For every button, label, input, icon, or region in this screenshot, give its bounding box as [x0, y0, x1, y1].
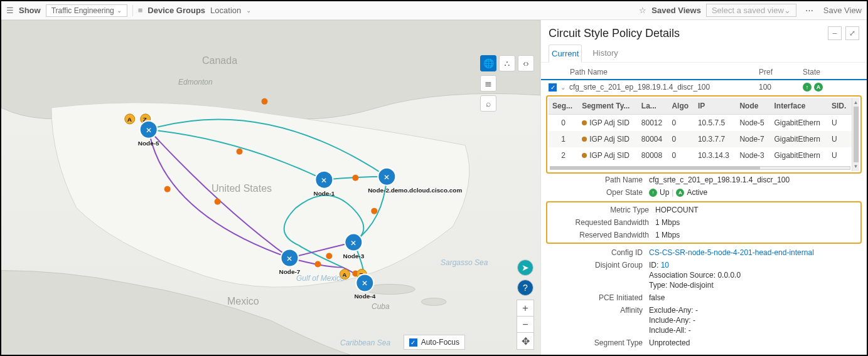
disjoint-id-link[interactable]: 10 [661, 261, 669, 270]
map-node-5[interactable]: ✕ Node-5 [138, 121, 159, 147]
bookmark-icon: ☆ [639, 6, 646, 15]
svg-text:Node-4: Node-4 [354, 293, 375, 300]
separator [132, 5, 133, 16]
col-state: State [803, 68, 859, 76]
path-checkbox[interactable]: ✓ [549, 83, 557, 92]
col-segment-type[interactable]: Segment Ty... [578, 98, 638, 115]
svg-point-8 [215, 199, 221, 205]
kv-res-bw: Reserved Bandwidth 1 Mbps [547, 229, 860, 241]
layers-button[interactable]: ≣ [480, 75, 496, 92]
details-title: Circuit Style Policy Details [549, 27, 680, 40]
table-row[interactable]: 1IGP Adj SID80004010.3.7.7Node-7GigabitE… [549, 131, 852, 147]
svg-text:A: A [342, 271, 346, 278]
col-interface[interactable]: Interface [770, 98, 828, 115]
device-groups-label: Device Groups [147, 6, 205, 15]
details-pane: Circuit Style Policy Details – ⤢ Current… [540, 20, 867, 356]
show-label: Show [19, 6, 41, 15]
table-row[interactable]: 0IGP Adj SID80012010.5.7.5Node-5GigabitE… [549, 115, 852, 132]
table-row[interactable]: 2IGP Adj SID80008010.3.14.3Node-3Gigabit… [549, 147, 852, 164]
minimize-button[interactable]: – [828, 26, 842, 40]
active-icon: A [676, 189, 684, 197]
svg-point-4 [352, 175, 358, 181]
path-row[interactable]: ✓ ⌄ cfg_srte_c_201_ep_198.19.1.4_discr_1… [541, 79, 867, 95]
col-node[interactable]: Node [736, 98, 770, 115]
save-view-button[interactable]: Save View [823, 6, 862, 15]
segment-table-highlight: Seg... Segment Ty... La... Algo IP Node … [546, 95, 862, 174]
map-node-1[interactable]: ✕ Node-1 [313, 171, 335, 197]
topology-view-button[interactable]: ⛬ [499, 55, 515, 71]
kebab-menu[interactable]: ⋯ [801, 6, 818, 15]
navigate-button[interactable]: ➤ [517, 259, 533, 276]
list-icon: ≡ [138, 6, 143, 15]
map-svg: A Z A Z ✕ Node-5 ✕ Node-1 [1, 20, 540, 355]
badge-a-2: A [340, 270, 350, 280]
collapse-panel-button[interactable]: ‹› [518, 55, 534, 71]
svg-text:✕: ✕ [362, 280, 368, 288]
svg-point-9 [314, 261, 321, 268]
svg-point-1 [421, 298, 446, 305]
badge-a: A [125, 114, 135, 124]
svg-text:Node-3: Node-3 [343, 253, 364, 259]
details-tabs: Current History [541, 44, 867, 63]
path-name: cfg_srte_c_201_ep_198.19.1.4_discr_100 [569, 83, 759, 92]
svg-text:Node-1: Node-1 [313, 190, 335, 197]
svg-text:✕: ✕ [383, 173, 390, 182]
saved-views-label: Saved Views [651, 6, 701, 15]
chevron-down-icon: ⌄ [117, 7, 122, 14]
kv-segment-type: Segment Type Unprotected [541, 337, 867, 349]
autofocus-toggle[interactable]: ✓ Auto-Focus [404, 335, 465, 350]
col-la[interactable]: La... [638, 98, 668, 115]
kv-disjoint: Disjoint Group ID: 10 Association Source… [541, 259, 867, 291]
chevron-down-icon[interactable]: ⌄ [246, 7, 251, 14]
tab-history[interactable]: History [589, 44, 621, 62]
svg-point-2 [262, 98, 268, 105]
map-search-button[interactable]: ⌕ [480, 95, 496, 112]
col-seg[interactable]: Seg... [549, 98, 578, 115]
vertical-scrollbar[interactable]: ▲▼ [852, 98, 859, 171]
map-node-3[interactable]: ✕ Node-3 [343, 234, 364, 259]
device-groups-value[interactable]: Location [210, 6, 241, 15]
col-ip[interactable]: IP [694, 98, 736, 115]
map-tool-column-bottom: ➤ ? + − ✥ [517, 259, 534, 350]
active-icon: A [814, 83, 823, 92]
zoom-extent-button[interactable]: ✥ [517, 333, 533, 349]
chevron-down-icon: ⌄ [784, 6, 791, 15]
path-pref: 100 [759, 83, 803, 92]
svg-point-3 [237, 149, 243, 155]
segment-table: Seg... Segment Ty... La... Algo IP Node … [549, 98, 852, 164]
up-icon: ↑ [649, 189, 657, 197]
top-toolbar: ☰ Show Traffic Engineering ⌄ ≡ Device Gr… [1, 1, 867, 20]
kv-path-name: Path Name cfg_srte_c_201_ep_198.19.1.4_d… [541, 174, 867, 186]
expand-button[interactable]: ⤢ [845, 26, 859, 40]
bandwidth-highlight: Metric Type HOPCOUNT Requested Bandwidth… [546, 201, 862, 244]
svg-point-6 [326, 253, 332, 259]
horizontal-scrollbar[interactable] [550, 166, 850, 170]
col-sid[interactable]: SID. [828, 98, 852, 115]
kv-oper-state: Oper State ↑ Up | A Active [541, 186, 867, 199]
filter-icon: ☰ [6, 6, 14, 15]
col-algo[interactable]: Algo [668, 98, 694, 115]
kv-affinity: Affinity Exclude-Any: - Include-Any: - I… [541, 304, 867, 337]
svg-text:Node-5: Node-5 [138, 140, 159, 147]
map-node-4[interactable]: ✕ Node-4 [354, 275, 375, 300]
map-tool-column: 🌐 ⛬ ‹› ≣ ⌕ [480, 55, 534, 112]
svg-point-5 [371, 208, 377, 214]
map-node-7[interactable]: ✕ Node-7 [279, 249, 301, 275]
map-pane[interactable]: Location Show: ✓ Participating Only IGP … [1, 20, 540, 356]
svg-text:✕: ✕ [321, 176, 327, 185]
svg-point-7 [164, 186, 171, 192]
zoom-in-button[interactable]: + [517, 300, 533, 317]
svg-text:✕: ✕ [350, 239, 356, 248]
globe-view-button[interactable]: 🌐 [480, 55, 496, 71]
show-dropdown[interactable]: Traffic Engineering ⌄ [46, 4, 127, 17]
zoom-control: + − ✥ [517, 300, 534, 350]
kv-req-bw: Requested Bandwidth 1 Mbps [547, 216, 860, 229]
help-button[interactable]: ? [517, 280, 533, 296]
zoom-out-button[interactable]: − [517, 317, 533, 333]
saved-views-dropdown[interactable]: Select a saved view ⌄ [706, 4, 796, 17]
show-value: Traffic Engineering [51, 6, 114, 15]
tab-current[interactable]: Current [549, 45, 582, 63]
kv-config-id: Config ID CS-CS-SR-node-5-node-4-201-hea… [541, 246, 867, 259]
expand-toggle[interactable]: ⌄ [560, 84, 565, 91]
svg-text:A: A [127, 116, 132, 123]
